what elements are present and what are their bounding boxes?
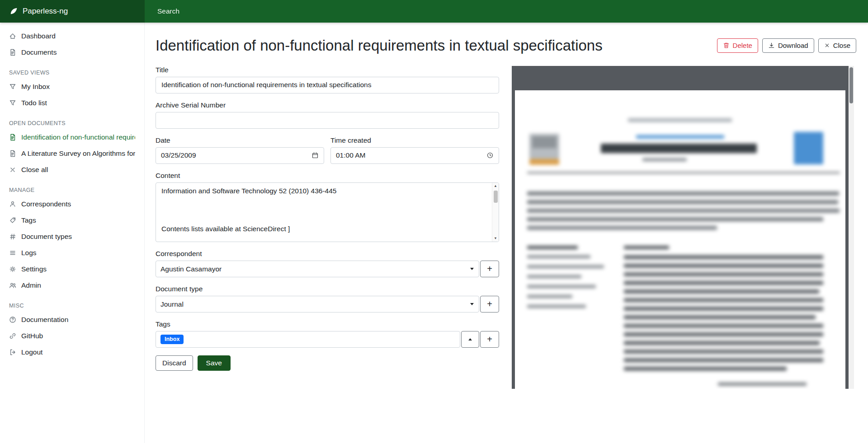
- sidebar-item-my-inbox[interactable]: My Inbox: [0, 79, 144, 95]
- correspondent-select[interactable]: Agustin Casamayor: [156, 261, 479, 277]
- scroll-down-arrow-icon[interactable]: ▼: [492, 236, 499, 241]
- plus-icon: +: [487, 264, 492, 273]
- document-detail-body: Title Archive Serial Number Date 03/25/2…: [145, 54, 868, 389]
- sidebar-item-tags[interactable]: Tags: [0, 212, 144, 228]
- content-scrollbar[interactable]: ▲ ▼: [492, 183, 499, 242]
- person-icon: [9, 201, 16, 208]
- delete-button[interactable]: Delete: [717, 38, 758, 53]
- archive-serial-number-input[interactable]: [156, 112, 499, 129]
- people-icon: [9, 282, 16, 289]
- sidebar-section-misc: MISC: [0, 294, 144, 312]
- form-actions: Discard Save: [156, 355, 499, 371]
- date-input[interactable]: 03/25/2009: [156, 147, 324, 164]
- tags-input[interactable]: Inbox: [156, 331, 460, 348]
- app-brand[interactable]: Paperless-ng: [0, 0, 145, 23]
- close-button[interactable]: Close: [818, 38, 856, 53]
- close-icon: [9, 166, 16, 173]
- home-icon: [9, 33, 16, 40]
- tag-badge-inbox[interactable]: Inbox: [160, 335, 184, 344]
- question-circle-icon: [9, 316, 16, 323]
- add-document-type-button[interactable]: +: [480, 296, 499, 312]
- download-button-label: Download: [778, 41, 808, 50]
- link-icon: [9, 332, 16, 340]
- calendar-icon[interactable]: [311, 152, 319, 159]
- file-icon: [9, 49, 16, 56]
- title-label: Title: [156, 66, 499, 74]
- file-icon: [9, 134, 16, 141]
- sidebar-item-settings[interactable]: Settings: [0, 261, 144, 277]
- delete-button-label: Delete: [733, 41, 752, 50]
- sidebar-item-label: Admin: [21, 281, 41, 289]
- add-correspondent-button[interactable]: +: [480, 261, 499, 277]
- pdf-page-blurred-content: [515, 90, 845, 389]
- sidebar-item-label: Tags: [21, 216, 36, 224]
- document-type-select[interactable]: Journal: [156, 296, 479, 312]
- time-created-input[interactable]: 01:00 AM: [330, 147, 499, 164]
- sidebar-item-github[interactable]: GitHub: [0, 328, 144, 344]
- download-icon: [768, 42, 775, 49]
- search-input[interactable]: [156, 7, 512, 16]
- logout-icon: [9, 349, 16, 356]
- close-icon: [824, 42, 830, 48]
- plus-icon: +: [487, 299, 492, 308]
- sidebar-item-correspondents[interactable]: Correspondents: [0, 196, 144, 212]
- sidebar-item-label: Documentation: [21, 316, 68, 324]
- gear-icon: [9, 266, 16, 273]
- sidebar-item-documents[interactable]: Documents: [0, 44, 144, 61]
- chevron-up-icon: [468, 338, 472, 340]
- close-button-label: Close: [833, 41, 850, 50]
- time-created-value: 01:00 AM: [336, 151, 366, 159]
- sidebar-item-admin[interactable]: Admin: [0, 277, 144, 294]
- preview-scrollbar-thumb[interactable]: [849, 67, 853, 103]
- preview-scrollbar[interactable]: [849, 66, 854, 389]
- clock-icon[interactable]: [486, 152, 494, 159]
- tag-icon: [9, 217, 16, 224]
- sidebar-item-close-all[interactable]: Close all: [0, 162, 144, 178]
- plus-icon: +: [487, 335, 492, 344]
- correspondent-label: Correspondent: [156, 250, 499, 258]
- file-icon: [9, 150, 16, 157]
- trash-icon: [723, 42, 730, 49]
- app-title: Paperless-ng: [23, 7, 68, 16]
- open-document-label: A Literature Survey on Algorithms for Mu…: [21, 149, 135, 158]
- title-input[interactable]: [156, 77, 499, 93]
- tags-label: Tags: [156, 320, 499, 328]
- sidebar-open-document-1[interactable]: Identification of non-functional require…: [0, 129, 144, 145]
- sidebar-item-label: Document types: [21, 233, 72, 241]
- sidebar-item-label: Todo list: [21, 99, 47, 107]
- content-textarea[interactable]: Information and Software Technology 52 (…: [156, 182, 499, 242]
- sidebar-item-document-types[interactable]: Document types: [0, 228, 144, 245]
- add-tag-button[interactable]: +: [480, 331, 499, 348]
- pdf-preview-pane: [512, 66, 854, 389]
- sidebar-item-documentation[interactable]: Documentation: [0, 312, 144, 328]
- sidebar-item-label: Correspondents: [21, 200, 71, 208]
- sidebar-open-document-2[interactable]: A Literature Survey on Algorithms for Mu…: [0, 145, 144, 162]
- date-label: Date: [156, 136, 324, 145]
- document-header: Identification of non-functional require…: [145, 23, 868, 54]
- sidebar-section-manage: MANAGE: [0, 178, 144, 196]
- sidebar-section-saved-views: SAVED VIEWS: [0, 61, 144, 79]
- sidebar-item-logout[interactable]: Logout: [0, 344, 144, 360]
- sidebar-item-dashboard[interactable]: Dashboard: [0, 28, 144, 44]
- sidebar-item-todo-list[interactable]: Todo list: [0, 95, 144, 111]
- save-button[interactable]: Save: [198, 355, 231, 371]
- content-label: Content: [156, 172, 499, 180]
- sidebar-item-label: Logout: [21, 348, 42, 356]
- paperless-logo-icon: [9, 7, 18, 16]
- sidebar-item-label: Documents: [21, 48, 57, 56]
- content-scrollbar-thumb[interactable]: [494, 191, 498, 203]
- filter-icon: [9, 99, 16, 107]
- filter-icon: [9, 83, 16, 90]
- sidebar-item-label: Logs: [21, 249, 37, 257]
- document-actions: Delete Download Close: [717, 38, 856, 53]
- sidebar-item-logs[interactable]: Logs: [0, 245, 144, 261]
- document-type-label: Document type: [156, 285, 499, 293]
- top-navbar: Paperless-ng: [0, 0, 868, 23]
- discard-button[interactable]: Discard: [156, 355, 193, 371]
- download-button[interactable]: Download: [762, 38, 814, 53]
- tags-dropdown-toggle-button[interactable]: [461, 331, 479, 348]
- sidebar-item-label: Close all: [21, 166, 48, 174]
- list-icon: [9, 249, 16, 256]
- scroll-up-arrow-icon[interactable]: ▲: [492, 184, 499, 188]
- archive-serial-number-label: Archive Serial Number: [156, 101, 499, 109]
